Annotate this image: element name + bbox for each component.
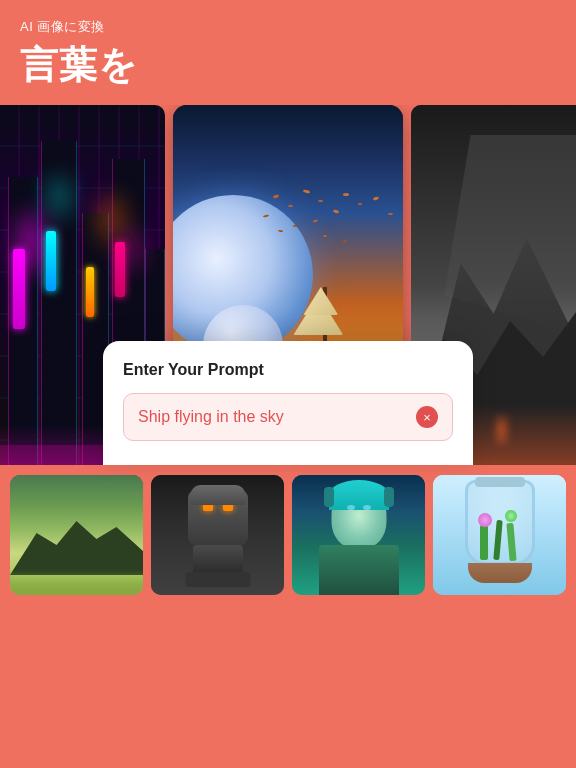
header-title: 言葉を	[20, 40, 556, 91]
prompt-input-row[interactable]: Ship flying in the sky ×	[123, 393, 453, 441]
thumbnail-terrarium[interactable]	[433, 475, 566, 595]
thumbnail-portrait[interactable]	[292, 475, 425, 595]
prompt-dialog-title: Enter Your Prompt	[123, 361, 453, 379]
prompt-dialog: Enter Your Prompt Ship flying in the sky…	[103, 341, 473, 465]
prompt-clear-button[interactable]: ×	[416, 406, 438, 428]
thumbnail-row	[0, 465, 576, 605]
prompt-input-text[interactable]: Ship flying in the sky	[138, 408, 416, 426]
header-subtitle: AI 画像に変換	[20, 18, 556, 36]
thumbnail-robot-dog[interactable]	[151, 475, 284, 595]
header: AI 画像に変換 言葉を	[0, 0, 576, 105]
thumbnail-landscape[interactable]	[10, 475, 143, 595]
